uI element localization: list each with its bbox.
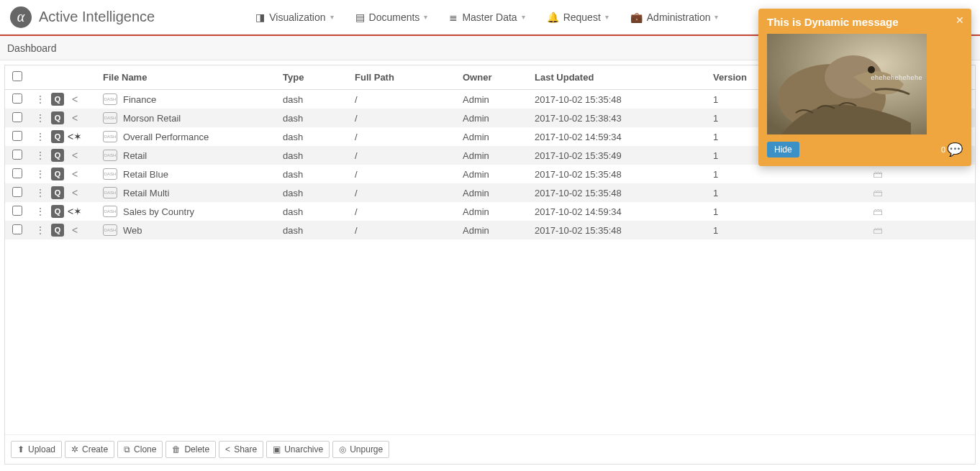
file-owner: Admin [458, 90, 530, 109]
file-path: / [350, 146, 458, 165]
share-toggle[interactable]: < [68, 93, 81, 106]
preview-button[interactable]: Q [51, 186, 64, 199]
button-label: Share [234, 444, 257, 454]
file-name[interactable]: Finance [123, 94, 156, 105]
file-type: dash [278, 221, 350, 239]
share-button[interactable]: <Share [219, 441, 263, 458]
row-trash-icon[interactable]: 🗃 [871, 187, 885, 198]
file-name[interactable]: Morson Retail [123, 113, 181, 124]
unarchive-button[interactable]: ▣Unarchive [266, 441, 330, 458]
more-actions[interactable]: ⋮ [34, 205, 47, 218]
table-row: ⋮Q<✶DASHSales by Countrydash/Admin2017-1… [5, 202, 975, 221]
col-full-path[interactable]: Full Path [350, 65, 458, 90]
row-checkbox[interactable] [12, 206, 22, 216]
more-actions[interactable]: ⋮ [34, 130, 47, 143]
file-path: / [350, 165, 458, 183]
share-toggle[interactable]: < [68, 168, 81, 180]
more-actions[interactable]: ⋮ [34, 93, 47, 106]
preview-button[interactable]: Q [51, 93, 64, 106]
row-trash-icon[interactable]: 🗃 [871, 168, 885, 180]
file-name[interactable]: Retail Multi [123, 188, 169, 198]
trash-icon: 🗑 [172, 444, 181, 454]
chevron-down-icon: ▾ [714, 13, 718, 21]
more-actions[interactable]: ⋮ [34, 111, 47, 124]
magnifier-icon: Q [55, 151, 61, 160]
bell-icon: 🔔 [547, 12, 559, 23]
more-actions[interactable]: ⋮ [34, 224, 47, 237]
dashboard-file-icon: DASH [103, 150, 117, 161]
nav-documents[interactable]: ▤ Documents ▾ [355, 12, 428, 23]
row-checkbox[interactable] [12, 93, 22, 104]
preview-button[interactable]: Q [51, 205, 64, 218]
preview-button[interactable]: Q [51, 224, 64, 237]
row-checkbox[interactable] [12, 150, 22, 160]
nav-administration[interactable]: 💼 Administration ▾ [630, 12, 719, 23]
row-trash-icon[interactable]: 🗃 [871, 224, 885, 236]
share-toggle[interactable]: < [68, 224, 81, 237]
more-actions[interactable]: ⋮ [34, 168, 47, 180]
share-toggle[interactable]: <✶ [68, 205, 81, 218]
clone-button[interactable]: ⧉Clone [117, 441, 163, 458]
magnifier-icon: Q [55, 188, 61, 197]
share-toggle[interactable]: < [68, 111, 81, 124]
comments-link[interactable]: 0 💬 [941, 142, 963, 157]
footer-toolbar: ⬆Upload ✲Create ⧉Clone 🗑Delete <Share ▣U… [5, 434, 975, 464]
upload-button[interactable]: ⬆Upload [11, 441, 62, 458]
share-icon: < [225, 444, 230, 454]
col-file-name[interactable]: File Name [99, 65, 278, 90]
more-actions[interactable]: ⋮ [34, 149, 47, 162]
col-last-updated[interactable]: Last Updated [530, 65, 709, 90]
close-button[interactable]: ✕ [956, 14, 964, 26]
delete-button[interactable]: 🗑Delete [165, 441, 216, 458]
file-type: dash [278, 165, 350, 183]
nav-visualization[interactable]: ◨ Visualization ▾ [255, 12, 333, 23]
file-version: 1 [709, 165, 781, 183]
row-checkbox[interactable] [12, 112, 22, 122]
row-checkbox[interactable] [12, 224, 22, 234]
file-owner: Admin [458, 202, 530, 221]
briefcase-icon: 💼 [630, 12, 643, 23]
nav-request[interactable]: 🔔 Request ▾ [547, 12, 609, 23]
file-name[interactable]: Overall Performance [123, 132, 209, 142]
col-type[interactable]: Type [278, 65, 350, 90]
file-type: dash [278, 202, 350, 221]
gear-icon: ✲ [71, 444, 78, 454]
file-owner: Admin [458, 183, 530, 202]
file-path: / [350, 127, 458, 146]
select-all-checkbox[interactable] [12, 71, 22, 81]
share-toggle[interactable]: < [68, 186, 81, 199]
share-toggle[interactable]: <✶ [68, 130, 81, 143]
magnifier-icon: Q [55, 207, 61, 216]
toast-image: ehehehehehehe [767, 34, 927, 134]
preview-button[interactable]: Q [51, 168, 64, 180]
share-toggle[interactable]: < [68, 149, 81, 162]
row-checkbox[interactable] [12, 168, 22, 178]
chevron-down-icon: ▾ [424, 13, 427, 21]
more-actions[interactable]: ⋮ [34, 186, 47, 199]
row-checkbox[interactable] [12, 187, 22, 197]
nav-master-data[interactable]: ≣ Master Data ▾ [449, 12, 525, 23]
hide-button[interactable]: Hide [767, 142, 799, 157]
row-trash-icon[interactable]: 🗃 [871, 206, 885, 217]
folder-icon: ▤ [355, 12, 365, 23]
toast-title: This is Dynamic message [767, 16, 963, 28]
dashboard-file-icon: DASH [103, 168, 117, 180]
file-path: / [350, 90, 458, 109]
table-row: ⋮Q<DASHRetail Multidash/Admin2017-10-02 … [5, 183, 975, 202]
brand[interactable]: α Active Intelligence [10, 6, 155, 28]
preview-button[interactable]: Q [51, 111, 64, 124]
preview-button[interactable]: Q [51, 130, 64, 143]
magnifier-icon: Q [55, 95, 61, 104]
create-button[interactable]: ✲Create [65, 441, 114, 458]
file-name[interactable]: Web [123, 225, 142, 236]
row-checkbox[interactable] [12, 131, 22, 141]
col-owner[interactable]: Owner [458, 65, 530, 90]
unpurge-button[interactable]: ◎Unpurge [332, 441, 389, 458]
file-owner: Admin [458, 221, 530, 239]
file-name[interactable]: Retail Blue [123, 169, 168, 180]
preview-button[interactable]: Q [51, 149, 64, 162]
file-name[interactable]: Sales by Country [123, 206, 194, 217]
file-name[interactable]: Retail [123, 150, 147, 161]
file-type: dash [278, 127, 350, 146]
file-owner: Admin [458, 146, 530, 165]
